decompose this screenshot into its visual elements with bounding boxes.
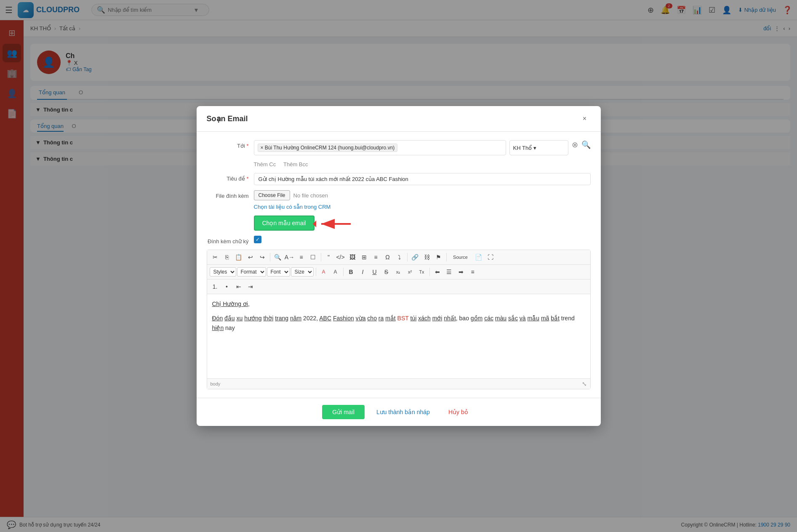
signature-content: ✓ — [254, 236, 591, 243]
table-button[interactable]: ⊞ — [359, 252, 370, 263]
modal-header: Soạn Email × — [197, 106, 601, 132]
insert-button[interactable]: ⤵ — [394, 252, 405, 263]
editor-toolbar-2: Styles Format Font Size A A B — [207, 265, 590, 279]
to-field[interactable]: × Bùi Thu Hường OnlineCRM 124 (huong.bui… — [254, 140, 506, 155]
editor-content-area[interactable]: Chị Hường ơi, Đón đầu xu hướng thời tran… — [207, 294, 590, 378]
editor-toolbar-3: 1. • ⇤ ⇥ — [207, 279, 590, 294]
modal-body: Tới * × Bùi Thu Hường OnlineCRM 124 (huo… — [197, 132, 601, 398]
editor-footer: body ⤡ — [207, 378, 590, 389]
subject-label: Tiêu đề * — [207, 173, 249, 182]
signature-checkbox[interactable]: ✓ — [254, 236, 261, 243]
template-label-spacer — [207, 215, 249, 218]
align-center-button[interactable]: ☰ — [444, 266, 455, 277]
add-cc-button[interactable]: Thêm Cc — [254, 161, 276, 168]
strikethrough-button[interactable]: S — [381, 266, 392, 277]
increase-indent-button[interactable]: ⇥ — [245, 281, 256, 292]
select-all-button[interactable]: ☐ — [308, 252, 319, 263]
modal-footer: Gửi mail Lưu thành bản nháp Hủy bỏ — [197, 398, 601, 426]
ordered-list-button[interactable]: 1. — [210, 281, 221, 292]
subscript-button[interactable]: x₂ — [393, 266, 404, 277]
cc-bcc-row: Thêm Cc Thêm Bcc — [207, 160, 591, 168]
redo-button[interactable]: ↪ — [257, 252, 268, 263]
to-row: Tới * × Bùi Thu Hường OnlineCRM 124 (huo… — [207, 140, 591, 155]
signature-checkbox-row: ✓ — [254, 236, 591, 243]
subject-content — [254, 173, 591, 185]
add-bcc-button[interactable]: Thêm Bcc — [283, 161, 308, 168]
resize-handle[interactable]: ⤡ — [582, 380, 587, 387]
template-row: Chọn mẫu email — [207, 215, 591, 231]
unlink-button[interactable]: ⛓ — [421, 252, 432, 263]
choose-template-button[interactable]: Chọn mẫu email — [254, 215, 315, 231]
reset-icon[interactable]: ⊗ — [572, 140, 578, 155]
unordered-list-button[interactable]: • — [221, 281, 232, 292]
subject-row: Tiêu đề * — [207, 173, 591, 185]
decrease-indent-button[interactable]: ⇤ — [233, 281, 244, 292]
to-label: Tới * — [207, 140, 249, 149]
clear-format-button[interactable]: Tx — [416, 266, 427, 277]
code-button[interactable]: </> — [335, 252, 346, 263]
send-mail-button[interactable]: Gửi mail — [322, 405, 365, 419]
font-color-button[interactable]: A — [318, 266, 329, 277]
editor-toolbar-1: ✂ ⎘ 📋 ↩ ↪ 🔍 A→ ≡ ☐ " </> 🖼 ⊞ ≡ Ω — [207, 250, 590, 265]
choose-file-button[interactable]: Choose File — [254, 190, 290, 200]
italic-button[interactable]: I — [357, 266, 368, 277]
format-select[interactable]: Format — [237, 267, 266, 277]
close-button[interactable]: × — [579, 113, 591, 125]
search-recipient-icon[interactable]: 🔍 — [581, 140, 591, 155]
toolbar-separator-1 — [270, 253, 270, 261]
copy-button[interactable]: ⎘ — [221, 252, 232, 263]
to-field-wrapper: × Bùi Thu Hường OnlineCRM 124 (huong.bui… — [254, 140, 591, 155]
crm-document-link[interactable]: Chọn tài liệu có sẵn trong CRM — [254, 204, 331, 210]
bold-button[interactable]: B — [346, 266, 357, 277]
arrow-indicator — [313, 211, 355, 237]
superscript-button[interactable]: x² — [405, 266, 416, 277]
toolbar-separator-7 — [429, 268, 430, 276]
align-left-button[interactable]: ≡ — [296, 252, 307, 263]
link-button[interactable]: 🔗 — [410, 252, 421, 263]
compose-email-modal: Soạn Email × Tới * × Bùi Thu Hường Onlin… — [197, 106, 601, 426]
anchor-button[interactable]: ⚑ — [433, 252, 444, 263]
kh-tho-select[interactable]: KH Thổ ▾ — [509, 140, 568, 155]
template-content: Chọn mẫu email — [254, 215, 591, 231]
toolbar-separator-6 — [343, 268, 344, 276]
cut-button[interactable]: ✂ — [210, 252, 221, 263]
editor-line1: Chị Hường ơi, — [212, 299, 585, 309]
editor-tag: body — [211, 381, 221, 386]
size-select[interactable]: Size — [291, 267, 314, 277]
toolbar-separator-4 — [446, 253, 447, 261]
styles-select[interactable]: Styles — [210, 267, 236, 277]
align-button[interactable]: ≡ — [371, 252, 381, 263]
align-right-button[interactable]: ➡ — [456, 266, 466, 277]
font-select[interactable]: Font — [267, 267, 290, 277]
subject-input[interactable] — [254, 173, 591, 185]
template-icon-button[interactable]: 📄 — [473, 252, 484, 263]
cancel-button[interactable]: Hủy bỏ — [442, 405, 475, 419]
replace-button[interactable]: A→ — [284, 252, 295, 263]
no-file-text: No file chosen — [293, 192, 328, 199]
signature-label: Đính kèm chữ ký — [207, 236, 249, 245]
editor-line2: Đón đầu xu hướng thời trang năm 2022, AB… — [212, 314, 585, 332]
toolbar-separator-2 — [321, 253, 321, 261]
blockquote-button[interactable]: " — [323, 252, 334, 263]
align-left-2-button[interactable]: ⬅ — [432, 266, 443, 277]
file-row: File đính kèm Choose File No file chosen… — [207, 190, 591, 210]
find-button[interactable]: 🔍 — [272, 252, 283, 263]
modal-title: Soạn Email — [207, 114, 248, 123]
image-button[interactable]: 🖼 — [347, 252, 358, 263]
toolbar-separator-5 — [316, 268, 316, 276]
undo-button[interactable]: ↩ — [245, 252, 256, 263]
toolbar-separator-3 — [407, 253, 408, 261]
paste-button[interactable]: 📋 — [233, 252, 244, 263]
justify-button[interactable]: ≡ — [467, 266, 478, 277]
chevron-down-icon: ▾ — [533, 145, 536, 151]
recipient-tag: × Bùi Thu Hường OnlineCRM 124 (huong.bui… — [258, 144, 398, 152]
save-draft-button[interactable]: Lưu thành bản nháp — [370, 405, 437, 419]
source-button[interactable]: Source — [449, 252, 472, 263]
signature-row: Đính kèm chữ ký ✓ — [207, 236, 591, 245]
special-char-button[interactable]: Ω — [382, 252, 393, 263]
file-content: Choose File No file chosen Chọn tài liệu… — [254, 190, 591, 210]
modal-overlay: Soạn Email × Tới * × Bùi Thu Hường Onlin… — [0, 0, 797, 532]
maximize-button[interactable]: ⛶ — [485, 252, 496, 263]
highlight-button[interactable]: A — [330, 266, 341, 277]
underline-button[interactable]: U — [369, 266, 380, 277]
